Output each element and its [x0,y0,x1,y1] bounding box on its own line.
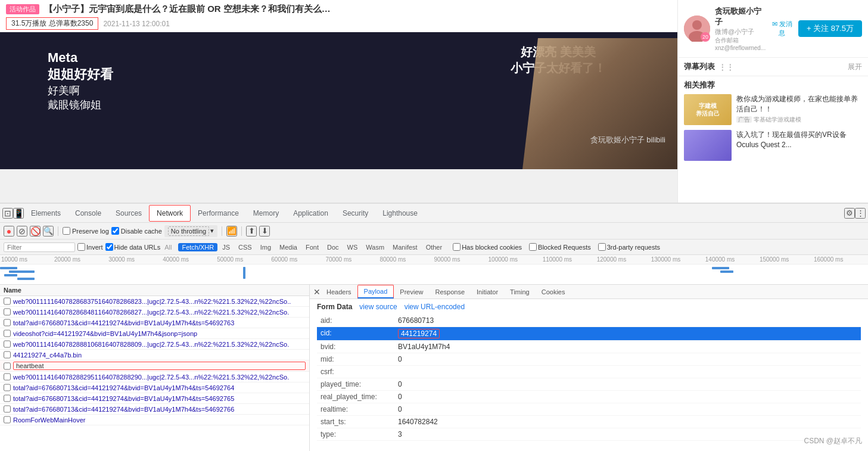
top-area: 活动作品 【小宁子】元宇宙到底是什么？近在眼前 OR 空想未来？和我们有关么… … [0,0,868,203]
filter-input[interactable] [4,242,75,252]
form-data-title: Form Data [317,303,352,311]
type-ws[interactable]: WS [344,243,362,251]
request-row[interactable]: RoomForWebMainHover [0,415,309,425]
type-font[interactable]: Font [302,243,322,251]
tab-network[interactable]: Network [149,205,191,222]
tab-preview[interactable]: Preview [394,286,429,298]
recommend-title: 相关推荐 [684,80,862,91]
type-wasm[interactable]: Wasm [362,243,388,251]
clear-button[interactable]: 🚫 [30,226,41,237]
device-icon[interactable]: 📱 [13,208,24,219]
wifi-icon[interactable]: 📶 [226,226,237,237]
heartbeat-row[interactable]: heartbeat [0,360,309,372]
danmu-expand-button[interactable]: 展开 [848,62,862,72]
request-row[interactable]: total?aid=676680713&cid=441219274&bvid=B… [0,382,309,393]
type-other[interactable]: Other [422,243,446,251]
record-button[interactable]: ● [4,226,14,237]
settings-icon[interactable]: ⚙ [844,208,855,219]
req-checkbox[interactable] [4,297,11,305]
tab-memory[interactable]: Memory [246,206,286,221]
close-details-button[interactable]: ✕ [313,287,321,297]
req-checkbox[interactable] [4,384,11,391]
follow-button[interactable]: + 关注 87.5万 [798,20,862,37]
tab-timing[interactable]: Timing [504,286,536,298]
preserve-log-checkbox[interactable]: Preserve log [63,227,109,235]
tab-elements[interactable]: Elements [24,206,68,221]
upload-icon[interactable]: ⬆ [246,226,257,237]
tab-headers[interactable]: Headers [321,286,357,298]
type-fetch-xhr[interactable]: Fetch/XHR [178,243,217,251]
request-row[interactable]: videoshot?cid=441219274&bvid=BV1aU4y1M7h… [0,328,309,339]
filter-types: Fetch/XHR JS CSS Img Media Font Doc WS W… [178,243,446,251]
all-label: All [164,244,172,251]
tab-sources[interactable]: Sources [108,206,149,221]
type-doc[interactable]: Doc [323,243,343,251]
tab-console[interactable]: Console [68,206,108,221]
request-row[interactable]: web?0011111640782868375164078286823...|u… [0,296,309,307]
view-url-encoded-link[interactable]: view URL-encoded [405,303,465,311]
third-party-input[interactable] [598,243,606,251]
invert-input[interactable] [77,243,85,251]
type-media[interactable]: Media [276,243,301,251]
search-button[interactable]: 🔍 [43,226,54,237]
more-icon[interactable]: ⋮ [855,208,866,219]
req-checkbox[interactable] [4,319,11,326]
req-checkbox[interactable] [4,394,11,402]
hide-data-urls-input[interactable] [105,243,113,251]
tab-security[interactable]: Security [335,206,375,221]
tab-response[interactable]: Response [429,286,471,298]
req-checkbox[interactable] [4,340,11,348]
request-row[interactable]: 441219274_c44a7b.bin [0,350,309,360]
req-checkbox[interactable] [4,351,11,359]
req-name: web?0011141640782868481164078286827...|u… [13,309,306,316]
request-row[interactable]: web?0011141640782868481164078286827...|u… [0,307,309,318]
download-icon[interactable]: ⬇ [259,226,270,237]
req-checkbox[interactable] [4,329,11,337]
rec-info-2: 该入坑了！现在最值得买的VR设备 Oculus Quest 2... [736,130,862,161]
tab-performance[interactable]: Performance [191,206,246,221]
invert-checkbox[interactable]: Invert [77,243,103,251]
blocked-requests-input[interactable] [529,243,537,251]
send-message-button[interactable]: ✉ 发消息 [770,20,794,38]
type-img[interactable]: Img [257,243,275,251]
type-css[interactable]: CSS [235,243,256,251]
field-val-aid: 676680713 [398,316,434,325]
requests-pane[interactable]: Name web?0011111640782868375164078286823… [0,285,310,451]
rec-title-2: 该入坑了！现在最值得买的VR设备 Oculus Quest 2... [736,130,862,150]
throttling-dropdown[interactable]: No throttling ▾ [164,225,217,237]
req-checkbox[interactable] [4,362,11,370]
inspect-icon[interactable]: ⊡ [2,208,13,219]
blocked-cookies-checkbox[interactable]: Has blocked cookies [453,243,522,251]
view-source-link[interactable]: view source [359,303,397,311]
req-checkbox[interactable] [4,416,11,424]
request-row[interactable]: total?aid=676680713&cid=441219274&bvid=B… [0,404,309,415]
field-key-played-time: played_time: [321,380,398,388]
preserve-log-input[interactable] [63,227,70,235]
type-js[interactable]: JS [219,243,234,251]
blocked-cookies-input[interactable] [453,243,461,251]
blocked-requests-checkbox[interactable]: Blocked Requests [529,243,591,251]
req-checkbox[interactable] [4,405,11,413]
video-thumbnail[interactable]: Meta 姐姐好好看 好美啊 戴眼镜御姐 好漂亮 美美美 小宁子太好看了！ 贪玩… [0,32,677,169]
request-row[interactable]: total?aid=676680713&cid=441219274&bvid=B… [0,393,309,404]
author-sub: 微博@小宁子 [715,27,766,36]
blocked-requests-label: Blocked Requests [538,244,591,251]
field-val-real-played-time: 0 [398,393,402,401]
tab-application[interactable]: Application [286,206,335,221]
tab-lighthouse[interactable]: Lighthouse [375,206,425,221]
request-row[interactable]: web?0011141640782882951164078288290...|u… [0,372,309,382]
stop-button[interactable]: ⊘ [17,226,27,237]
field-cid[interactable]: cid: 441219274 [317,327,861,341]
tab-payload[interactable]: Payload [357,285,394,298]
tab-cookies[interactable]: Cookies [536,286,571,298]
tab-initiator[interactable]: Initiator [471,286,504,298]
request-row[interactable]: web?0011141640782888106816407828809...|u… [0,339,309,350]
req-checkbox[interactable] [4,373,11,381]
disable-cache-input[interactable] [111,227,119,235]
third-party-checkbox[interactable]: 3rd-party requests [598,243,660,251]
req-checkbox[interactable] [4,308,11,316]
hide-data-urls-checkbox[interactable]: Hide data URLs [105,243,161,251]
disable-cache-checkbox[interactable]: Disable cache [111,227,162,235]
request-row[interactable]: total?aid=676680713&cid=441219274&bvid=B… [0,318,309,328]
type-manifest[interactable]: Manifest [389,243,421,251]
